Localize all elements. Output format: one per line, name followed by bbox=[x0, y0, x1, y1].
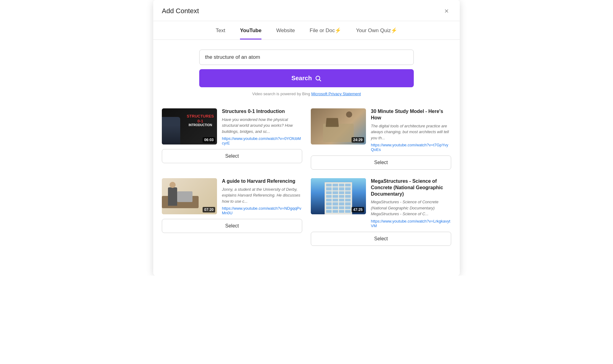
laptop-shape bbox=[177, 191, 192, 202]
search-icon bbox=[315, 75, 322, 82]
result-top: 07:20 A guide to Harvard Referencing Jon… bbox=[162, 178, 302, 215]
thumb-sublabel: INTRODUCTION bbox=[187, 123, 214, 127]
tab-text[interactable]: Text bbox=[216, 27, 225, 39]
search-button-label: Search bbox=[291, 75, 312, 82]
video-duration: 07:20 bbox=[203, 207, 215, 212]
result-title: 30 Minute Study Model - Here's How bbox=[371, 108, 451, 121]
svg-line-1 bbox=[319, 80, 321, 81]
select-button[interactable]: Select bbox=[311, 232, 451, 246]
result-top: STRUCTURES0-1 INTRODUCTION 06:03 Structu… bbox=[162, 108, 302, 145]
result-title: Structures 0-1 Introduction bbox=[222, 108, 302, 115]
result-description: Have you wondered how the physical struc… bbox=[222, 117, 302, 135]
result-url[interactable]: https://www.youtube.com/watch?v=t7GpYvyQ… bbox=[371, 143, 451, 152]
result-card: 47:25 MegaStructures - Science of Concre… bbox=[311, 178, 451, 246]
video-duration: 47:25 bbox=[352, 207, 364, 212]
person-shape bbox=[168, 187, 177, 206]
add-context-modal: Add Context × Text YouTube Website File … bbox=[153, 0, 460, 276]
result-url[interactable]: https://www.youtube.com/watch?v=Lrkgkavy… bbox=[371, 219, 451, 228]
tab-your-own-quiz[interactable]: Your Own Quiz⚡ bbox=[356, 27, 397, 39]
thumb-person-shape bbox=[162, 117, 180, 144]
search-area: Search Video search is powered by Bing M… bbox=[153, 40, 460, 101]
svg-point-0 bbox=[316, 76, 320, 80]
result-card: 07:20 A guide to Harvard Referencing Jon… bbox=[162, 178, 302, 246]
thumbnail: STRUCTURES0-1 INTRODUCTION 06:03 bbox=[162, 108, 217, 144]
powered-by-text: Video search is powered by Bing Microsof… bbox=[252, 92, 361, 96]
result-top: 47:25 MegaStructures - Science of Concre… bbox=[311, 178, 451, 228]
thumb-label: STRUCTURES0-1 bbox=[187, 114, 214, 123]
result-title: MegaStructures - Science of Concrete (Na… bbox=[371, 178, 451, 197]
result-card: 24:29 30 Minute Study Model - Here's How… bbox=[311, 108, 451, 170]
video-duration: 24:29 bbox=[352, 137, 364, 143]
tab-youtube[interactable]: YouTube bbox=[240, 27, 261, 39]
result-info: A guide to Harvard Referencing Jonny, a … bbox=[222, 178, 302, 215]
head-shape bbox=[169, 182, 176, 188]
results-grid: STRUCTURES0-1 INTRODUCTION 06:03 Structu… bbox=[153, 101, 460, 256]
search-button[interactable]: Search bbox=[199, 69, 414, 87]
search-input[interactable] bbox=[199, 50, 414, 65]
result-card: STRUCTURES0-1 INTRODUCTION 06:03 Structu… bbox=[162, 108, 302, 170]
result-info: MegaStructures - Science of Concrete (Na… bbox=[371, 178, 451, 228]
result-info: 30 Minute Study Model - Here's How The d… bbox=[371, 108, 451, 152]
tabs-bar: Text YouTube Website File or Doc⚡ Your O… bbox=[153, 21, 460, 40]
result-top: 24:29 30 Minute Study Model - Here's How… bbox=[311, 108, 451, 152]
thumbnail: 07:20 bbox=[162, 178, 217, 214]
search-input-wrapper bbox=[199, 50, 414, 65]
result-description: Jonny, a student at the University of De… bbox=[222, 186, 302, 205]
tab-website[interactable]: Website bbox=[276, 27, 295, 39]
result-description: The digital tools of architecture practi… bbox=[371, 123, 451, 141]
tab-file-or-doc[interactable]: File or Doc⚡ bbox=[310, 27, 341, 39]
thumbnail: 24:29 bbox=[311, 108, 366, 144]
result-title: A guide to Harvard Referencing bbox=[222, 178, 302, 185]
close-button[interactable]: × bbox=[442, 6, 451, 16]
result-url[interactable]: https://www.youtube.com/watch?v=NDgqqPvM… bbox=[222, 206, 302, 215]
modal-header: Add Context × bbox=[153, 0, 460, 21]
select-button[interactable]: Select bbox=[162, 149, 302, 163]
video-duration: 06:03 bbox=[203, 137, 215, 143]
select-button[interactable]: Select bbox=[162, 219, 302, 233]
result-info: Structures 0-1 Introduction Have you won… bbox=[222, 108, 302, 145]
result-url[interactable]: https://www.youtube.com/watch?v=0YOfcbMc… bbox=[222, 136, 302, 145]
privacy-link[interactable]: Microsoft Privacy Statement bbox=[311, 92, 361, 96]
modal-title: Add Context bbox=[162, 7, 199, 15]
result-description: MegaStructures - Science of Concrete (Na… bbox=[371, 199, 451, 217]
select-button[interactable]: Select bbox=[311, 156, 451, 170]
thumbnail: 47:25 bbox=[311, 178, 366, 214]
